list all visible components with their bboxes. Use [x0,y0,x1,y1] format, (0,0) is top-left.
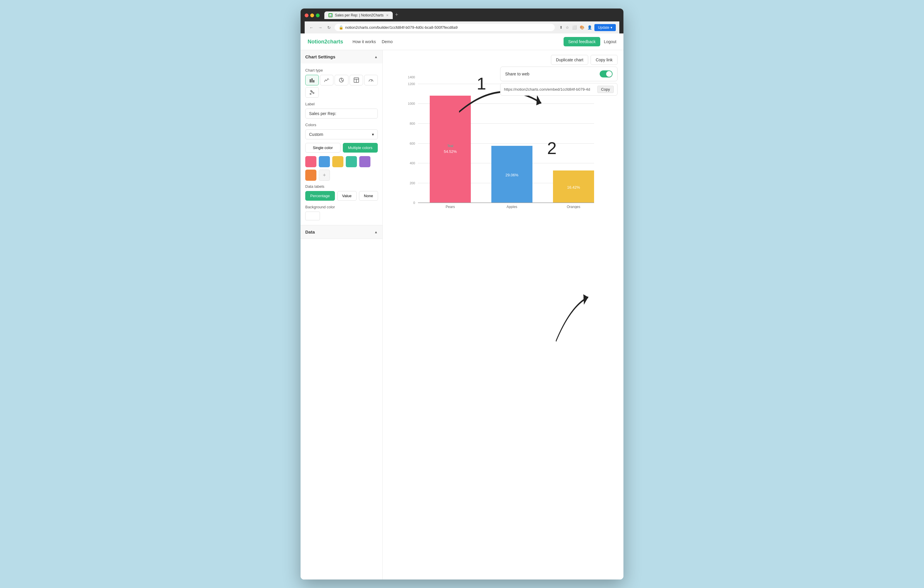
svg-text:600: 600 [410,142,415,145]
none-label-btn[interactable]: None [359,191,378,201]
table-chart-type-btn[interactable] [350,75,363,86]
svg-text:54.52%: 54.52% [444,149,457,154]
tab-favicon: 📊 [328,13,333,17]
new-tab-button[interactable]: + [393,12,400,18]
chart-settings-chevron: ▲ [374,55,378,59]
svg-rect-1 [312,78,313,82]
reload-button[interactable]: ↻ [326,25,332,30]
svg-text:Oranges: Oranges [567,205,580,209]
logo[interactable]: Notion2charts [308,39,343,45]
chart-type-row2 [305,87,378,98]
chevron-down-icon: ▾ [610,26,612,30]
bg-color-swatch[interactable] [305,212,320,220]
data-label-buttons: Percentage Value None [305,191,378,201]
colors-chevron-icon: ▾ [372,132,374,137]
label-field-label: Label [305,102,378,106]
data-section-chevron: ▲ [374,230,378,234]
data-section: Data ▲ [300,225,383,239]
data-section-header[interactable]: Data ▲ [300,225,383,239]
chart-settings-section: Chart Settings ▲ Chart type [300,50,383,225]
duplicate-chart-button[interactable]: Duplicate chart [551,55,588,65]
active-tab[interactable]: 📊 Sales per Rep: | Notion2Charts ✕ [324,12,393,19]
share-web-label: Share to web [505,72,530,76]
single-color-btn[interactable]: Single color [305,143,340,153]
maximize-window-btn[interactable] [316,13,320,17]
color-swatch-teal[interactable] [346,156,357,167]
profile-icon[interactable]: 👤 [587,25,592,30]
nav-how-it-works[interactable]: How it works [353,40,376,44]
logout-link[interactable]: Logout [604,40,616,44]
tab-bar: 📊 Sales per Rep: | Notion2Charts ✕ + [324,12,619,19]
address-bar[interactable]: 🔒 notion2charts.com/builder/1ccfd84f-b07… [335,24,555,31]
colors-dropdown[interactable]: Custom ▾ [305,129,378,139]
svg-point-10 [310,93,311,94]
browser-chrome: 📊 Sales per Rep: | Notion2Charts ✕ + ← →… [300,8,624,33]
embed-url-text: https://notion2charts.com/embed/1ccfd84f… [504,87,595,92]
color-mode-buttons: Single color Multiple colors [305,143,378,153]
chart-label-input[interactable] [305,109,378,119]
copy-link-button[interactable]: Copy link [591,55,617,65]
add-color-button[interactable]: + [319,170,330,181]
top-nav: Notion2charts How it works Demo Send fee… [300,33,624,50]
send-feedback-button[interactable]: Send feedback [564,37,600,46]
back-button[interactable]: ← [308,25,315,30]
update-button[interactable]: Update ▾ [594,24,616,31]
colors-field-label: Colors [305,123,378,127]
line-chart-type-btn[interactable] [320,75,333,86]
url-text: notion2charts.com/builder/1ccfd84f-b079-… [345,25,458,30]
gauge-chart-type-btn[interactable] [364,75,378,86]
color-swatch-orange[interactable] [305,170,317,181]
close-window-btn[interactable] [305,13,309,17]
svg-text:0: 0 [413,201,415,204]
color-swatches: + [305,156,378,181]
multiple-colors-btn[interactable]: Multiple colors [343,143,378,153]
tab-close-icon[interactable]: ✕ [386,13,389,17]
svg-text:400: 400 [410,161,415,165]
chart-settings-title: Chart Settings [305,54,335,59]
svg-rect-2 [313,80,314,82]
color-swatch-pink[interactable] [305,156,317,167]
svg-text:800: 800 [410,122,415,125]
forward-button[interactable]: → [317,25,323,30]
tab-search-icon[interactable]: ⬜ [572,25,577,30]
svg-text:1200: 1200 [408,82,415,86]
sidebar: Chart Settings ▲ Chart type [300,50,383,580]
percentage-label-btn[interactable]: Percentage [305,191,335,201]
svg-line-9 [371,80,372,82]
traffic-lights [305,13,320,17]
color-swatch-blue[interactable] [319,156,330,167]
svg-text:Pears: Pears [446,205,455,209]
data-section-title: Data [305,229,315,234]
address-bar-row: ← → ↻ 🔒 notion2charts.com/builder/1ccfd8… [305,21,619,33]
color-swatch-purple[interactable] [359,156,370,167]
svg-rect-0 [310,79,311,82]
chart-area: 1 2 Duplicate chart Copy link Share to w… [383,50,624,580]
chart-type-label: Chart type [305,68,378,72]
main-layout: Chart Settings ▲ Chart type [300,50,624,580]
svg-text:29.06%: 29.06% [505,173,519,177]
value-label-btn[interactable]: Value [337,191,356,201]
bookmark-icon[interactable]: ☆ [566,25,569,30]
svg-point-12 [313,92,314,94]
chart-settings-header[interactable]: Chart Settings ▲ [300,50,383,63]
share-icon[interactable]: ⬆ [559,25,563,30]
svg-text:1000: 1000 [408,102,415,105]
tab-title: Sales per Rep: | Notion2Charts [335,13,384,17]
toolbar-row1: Duplicate chart Copy link [551,55,617,65]
color-swatch-yellow[interactable] [332,156,343,167]
extensions-icon[interactable]: 🎨 [580,25,584,30]
nav-right: Send feedback Logout [564,37,616,46]
lock-icon: 🔒 [339,25,343,30]
pie-chart-type-btn[interactable] [335,75,348,86]
svg-line-5 [342,80,343,81]
copy-url-button[interactable]: Copy [597,86,614,93]
share-toggle[interactable] [600,71,612,77]
scatter-chart-type-btn[interactable] [305,87,319,98]
chart-settings-content: Chart type [300,63,383,225]
nav-demo[interactable]: Demo [381,40,393,44]
browser-controls: 📊 Sales per Rep: | Notion2Charts ✕ + [305,12,619,19]
embed-url-row: https://notion2charts.com/embed/1ccfd84f… [500,83,617,96]
bar-chart-type-btn[interactable] [305,75,319,86]
minimize-window-btn[interactable] [310,13,314,17]
nav-links: How it works Demo [353,40,393,44]
